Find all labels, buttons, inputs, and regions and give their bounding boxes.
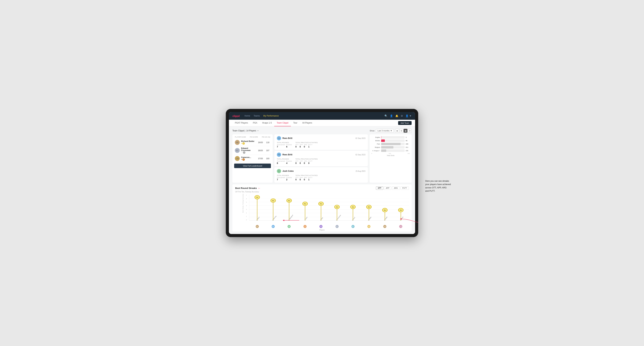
period-dropdown[interactable]: Last 3 months ▼ (376, 129, 394, 133)
settings-icon[interactable]: ⚙ (401, 114, 403, 117)
arrow-left-icon: ← (258, 187, 261, 190)
ott-label: OTT (296, 160, 298, 162)
svg-text:E. Ebert: E. Ebert (256, 216, 260, 221)
nav-teams[interactable]: Teams (254, 114, 260, 118)
bar-row-double-bogeys: D. Bogeys + 131 (371, 149, 410, 152)
col-pb-avg-sq: PB AVG SQ (262, 136, 270, 138)
sub-nav-hcaps[interactable]: Hcaps 1-5 (260, 120, 274, 126)
tournament-val: 8 (277, 162, 285, 165)
card-avatar: JC (277, 169, 281, 173)
nav-bar: clippd Home Teams My Performance 🔍 👤 🔔 ⚙… (229, 112, 415, 120)
bar-track (381, 146, 404, 149)
bar-label: Pars (371, 143, 380, 145)
card-date: 26 Aug 2023 (356, 170, 366, 172)
total-rounds-label: Total Rounds (277, 142, 292, 144)
practice-val: 4 (286, 162, 292, 165)
grid-view-icon[interactable]: ■ (395, 129, 399, 133)
total-rounds-label: Total Rounds (277, 158, 292, 160)
svg-text:3x: 3x (400, 209, 402, 211)
view-icons: ■ ☰ ▦ ☷ (395, 129, 412, 133)
profile-icon[interactable]: 👤 ▼ (406, 114, 412, 117)
card-stats: Total Rounds Tournament 7 Practice (277, 174, 366, 181)
app-label: APP (300, 177, 303, 178)
total-rounds-group: Total Rounds Tournament 8 Practice (277, 158, 292, 165)
bar-label: D. Bogeys + (371, 150, 380, 152)
sub-nav-all-players[interactable]: All Players (300, 120, 315, 126)
user-icon[interactable]: 👤 (390, 114, 393, 117)
bar-val-birdies: 96 (406, 140, 410, 142)
chart-view-icon[interactable]: ▦ (404, 129, 408, 133)
x-label-0: 0 (371, 153, 372, 154)
bar-chart: Eagles 3 Birdies (371, 136, 410, 152)
practice-activities-group: Total Practice Activities OTT0 APP0 ARG0… (296, 158, 318, 165)
bar-val-bogeys: 311 (406, 147, 410, 148)
svg-text:R. Britt: R. Britt (320, 217, 324, 221)
bar-row-pars: Pars 499 (371, 143, 410, 145)
practice-label: Practice (286, 177, 292, 178)
bar-label: Birdies (371, 140, 380, 142)
streak-chart-container: Best Streak, Fairway Accuracy (235, 194, 409, 229)
search-icon[interactable]: 🔍 (384, 114, 388, 117)
view-full-leaderboard-button[interactable]: View Full Leaderboard (234, 164, 271, 168)
chevron-down-icon: ▼ (390, 130, 392, 132)
y-label-2: 2 (246, 212, 247, 214)
arg-val: 0 (304, 178, 307, 181)
y-label-0: 0 (246, 219, 247, 221)
col-pb-score: PB SCORE (250, 136, 258, 138)
bar-fill-pars (381, 143, 400, 145)
sub-nav-team-clippd[interactable]: Team Clippd (274, 120, 291, 126)
streaks-title: Best Round Streaks ← (235, 187, 261, 190)
annotation-line3: across OTT, APP, ARG (425, 186, 457, 189)
filter-arg-button[interactable]: ARG (392, 186, 400, 190)
nav-home[interactable]: Home (244, 114, 250, 118)
y-axis-labels: 7 6 5 4 3 2 1 0 (246, 194, 247, 221)
player-badge: ♥ 3 (241, 158, 256, 161)
player-row[interactable]: EC Edward Crossman ♡ 2 18/20 107 (234, 146, 271, 155)
sub-nav-tour[interactable]: Tour (291, 120, 300, 126)
bar-fill-birdies (381, 140, 385, 142)
bar-track (381, 149, 404, 152)
list-view-icon[interactable]: ☰ (399, 129, 403, 133)
sub-nav-pgat[interactable]: PGAT Players (232, 120, 250, 126)
player-row[interactable]: RB Richard Butler ♥ 1 19/20 110 (234, 139, 271, 146)
card-date: 02 Sep 2023 (356, 154, 366, 156)
nav-my-performance[interactable]: My Performance (264, 114, 279, 118)
filter-ott-button[interactable]: OTT (376, 186, 383, 190)
player-avatar: RB (320, 225, 322, 228)
filter-app-button[interactable]: APP (384, 186, 391, 190)
table-view-icon[interactable]: ☷ (408, 129, 412, 133)
practice-activities-label: Total Practice Activities (296, 174, 318, 176)
player-avatar: EE (256, 225, 259, 228)
bell-icon[interactable]: 🔔 (395, 114, 398, 117)
player-avatar: EC (336, 225, 338, 228)
practice-activities-label: Total Practice Activities (296, 158, 318, 160)
putt-label: PUTT (308, 160, 312, 162)
svg-text:B. McHerg: B. McHerg (272, 215, 277, 221)
player-row[interactable]: CM Cameron... ♥ 3 17/20 103 (234, 155, 271, 162)
card-avatar: RB (277, 153, 281, 157)
filter-putt-button[interactable]: PUTT (400, 186, 409, 190)
ott-label: OTT (296, 144, 298, 146)
annotation-line1: Here you can see streaks (425, 179, 457, 183)
tournament-val: 7 (277, 178, 285, 181)
putt-val: 1 (308, 146, 312, 148)
total-rounds-label: Total Rounds (277, 174, 292, 176)
bar-val-pars: 499 (406, 143, 410, 145)
player-scores: 19/20 110 (258, 141, 270, 144)
add-team-button[interactable]: Add Team (398, 121, 412, 125)
arg-val: 0 (304, 146, 307, 148)
player-avatar: CQ (399, 225, 402, 228)
svg-text:D. Billingham: D. Billingham (288, 214, 294, 221)
sub-nav-pga[interactable]: PGA (250, 120, 260, 126)
bar-track (381, 140, 404, 142)
sub-nav-links: PGAT Players PGA Hcaps 1-5 Team Clippd T… (232, 120, 315, 126)
tournament-val: 7 (277, 146, 285, 148)
app-logo: clippd (232, 114, 240, 117)
streaks-title-text: Best Round Streaks (235, 187, 257, 189)
player-card: JC Josh Coles 26 Aug 2023 Total Rounds (274, 167, 368, 183)
show-label: Show (370, 130, 374, 132)
y-label-3: 3 (246, 209, 247, 210)
svg-text:6x: 6x (272, 200, 274, 201)
edit-icon[interactable]: ✏ (257, 130, 259, 132)
pb-score: 18/20 (258, 149, 263, 152)
